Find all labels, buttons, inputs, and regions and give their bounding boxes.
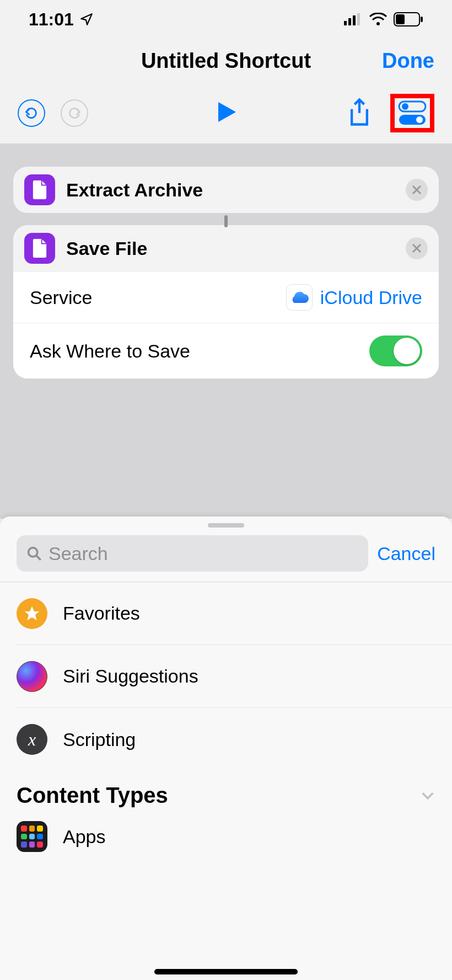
service-value: iCloud Drive [320, 287, 422, 308]
redo-button [61, 99, 88, 127]
location-icon [79, 12, 94, 26]
play-icon [213, 99, 239, 125]
status-bar: 11:01 [0, 0, 452, 39]
category-apps[interactable]: Apps [0, 814, 452, 859]
toolbar [0, 83, 452, 143]
battery-icon [394, 12, 423, 26]
action-card[interactable]: Save File Service iCloud Drive Ask Where… [13, 225, 439, 379]
category-label: Favorites [63, 603, 140, 624]
svg-point-4 [376, 22, 380, 25]
apps-icon [17, 821, 47, 852]
redo-icon [67, 106, 82, 120]
search-icon [26, 546, 42, 561]
category-favorites[interactable]: Favorites [17, 582, 452, 645]
svg-rect-6 [396, 14, 405, 24]
category-scripting[interactable]: x Scripting [17, 708, 452, 771]
delete-action-button[interactable] [406, 179, 428, 201]
document-icon [24, 174, 55, 205]
drawer-grabber[interactable] [208, 523, 244, 528]
cancel-button[interactable]: Cancel [377, 543, 435, 564]
icloud-icon [286, 284, 313, 311]
svg-point-12 [29, 548, 37, 557]
wifi-icon [369, 13, 387, 26]
service-row[interactable]: Service iCloud Drive [13, 271, 439, 323]
cellular-icon [344, 13, 363, 25]
ask-where-row: Ask Where to Save [13, 323, 439, 379]
section-title: Content Types [17, 783, 168, 808]
param-label: Ask Where to Save [30, 340, 190, 362]
category-label: Scripting [63, 729, 136, 750]
scripting-icon: x [17, 724, 47, 755]
svg-point-11 [416, 116, 423, 123]
svg-point-9 [402, 103, 408, 110]
workflow-editor: Extract Archive Save File Service [0, 143, 452, 519]
close-icon [412, 185, 422, 195]
undo-icon [24, 106, 39, 120]
toggles-icon [397, 100, 428, 126]
svg-rect-0 [344, 21, 347, 25]
category-label: Apps [63, 826, 106, 848]
document-icon [24, 233, 55, 264]
chevron-down-icon [420, 788, 435, 803]
section-content-types[interactable]: Content Types [0, 771, 452, 814]
play-button[interactable] [213, 99, 239, 127]
svg-rect-3 [357, 13, 360, 25]
delete-action-button[interactable] [406, 237, 428, 259]
search-placeholder: Search [49, 543, 108, 564]
status-time: 11:01 [29, 9, 74, 30]
category-label: Siri Suggestions [63, 665, 198, 687]
svg-rect-2 [353, 15, 356, 25]
undo-button[interactable] [18, 99, 45, 127]
nav-bar: Untitled Shortcut Done [0, 39, 452, 83]
category-siri[interactable]: Siri Suggestions [17, 645, 452, 708]
svg-rect-7 [421, 17, 423, 22]
settings-button-highlighted[interactable] [390, 94, 434, 132]
close-icon [412, 243, 422, 253]
ask-where-switch[interactable] [369, 335, 422, 366]
siri-icon [17, 661, 47, 692]
svg-rect-1 [348, 18, 351, 25]
action-title: Save File [66, 238, 395, 259]
share-icon [347, 98, 372, 126]
search-field[interactable]: Search [17, 535, 368, 572]
connector [224, 215, 228, 227]
home-indicator[interactable] [154, 969, 298, 974]
param-label: Service [30, 287, 92, 308]
action-card[interactable]: Extract Archive [13, 167, 439, 213]
done-button[interactable]: Done [382, 49, 434, 73]
action-library-drawer[interactable]: Search Cancel Favorites Siri Suggestions… [0, 516, 452, 980]
page-title: Untitled Shortcut [141, 49, 311, 73]
share-button[interactable] [347, 98, 372, 129]
action-title: Extract Archive [66, 179, 395, 201]
star-icon [17, 598, 47, 629]
